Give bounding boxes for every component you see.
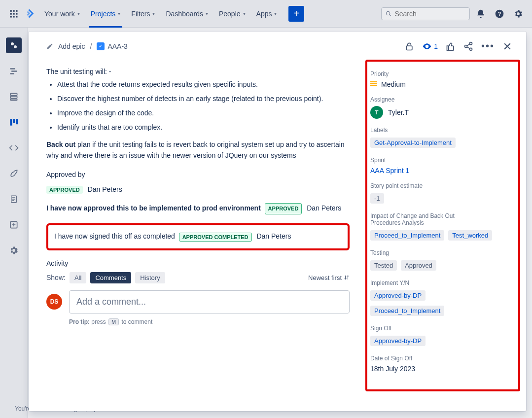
date-signoff-field[interactable]: Date of Sign Off 18th July 2023 bbox=[370, 355, 515, 373]
share-icon[interactable] bbox=[463, 41, 473, 51]
bullet-item: Attest that the code returns expected re… bbox=[57, 79, 350, 90]
priority-medium-icon bbox=[370, 83, 377, 84]
label-tag[interactable]: Proceed_to_Implement bbox=[370, 306, 444, 316]
assignee-avatar: T bbox=[370, 106, 383, 119]
assignee-name: Tyler.T bbox=[388, 108, 409, 116]
field-label: Priority bbox=[370, 70, 515, 77]
modal-header: Add epic / ✓ AAA-3 1 ••• bbox=[29, 32, 526, 57]
field-label: Impact of Change and Back Out Procedures… bbox=[370, 212, 469, 226]
label-tag: Approved bbox=[401, 260, 436, 271]
approved-lozenge: APPROVED bbox=[265, 203, 302, 215]
approved-lozenge: APPROVED bbox=[46, 186, 83, 194]
sort-icon bbox=[344, 275, 350, 280]
impact-field[interactable]: Impact of Change and Back Out Procedures… bbox=[370, 212, 515, 242]
label-tag[interactable]: Approved-by-DP bbox=[370, 290, 426, 301]
bullet-item: Identify units that are too complex. bbox=[57, 122, 350, 133]
field-label: Date of Sign Off bbox=[370, 355, 515, 362]
label-tag[interactable]: Approved-by-DP bbox=[370, 336, 426, 346]
issue-modal: Add epic / ✓ AAA-3 1 ••• bbox=[29, 32, 526, 411]
svg-point-33 bbox=[464, 45, 467, 47]
like-icon[interactable] bbox=[446, 41, 456, 51]
sprint-link[interactable]: AAA Sprint 1 bbox=[370, 167, 409, 174]
field-label: Labels bbox=[370, 127, 515, 134]
issue-main-content: The unit testing will: - Attest that the… bbox=[32, 57, 362, 408]
story-points-value: -1 bbox=[370, 193, 384, 204]
activity-tabs-row: Show: All Comments History Newest first bbox=[46, 272, 350, 283]
approved-by-heading: Approved by bbox=[46, 170, 350, 180]
field-label: Testing bbox=[370, 249, 515, 256]
field-label: Sprint bbox=[370, 157, 515, 164]
issue-type-icon: ✓ bbox=[97, 42, 105, 50]
details-highlight-box: Priority Medium Assignee T Tyler.T Label… bbox=[365, 60, 520, 391]
bullet-item: Discover the highest number of defects i… bbox=[57, 94, 350, 104]
first-approval: APPROVED Dan Peters bbox=[46, 185, 350, 194]
issue-key-link[interactable]: ✓ AAA-3 bbox=[97, 42, 127, 50]
description-bullets: Attest that the code returns expected re… bbox=[57, 79, 350, 133]
second-approval: I have now approved this to be implement… bbox=[46, 203, 350, 214]
field-label: Story point estimate bbox=[370, 182, 515, 189]
keyboard-key: M bbox=[108, 318, 119, 325]
tab-all[interactable]: All bbox=[70, 272, 86, 283]
labels-field[interactable]: Labels Get-Approval-to-Implement bbox=[370, 127, 515, 149]
field-label: Assignee bbox=[370, 96, 515, 103]
activity-heading: Activity bbox=[46, 259, 350, 267]
implement-field[interactable]: Implement Y/N Approved-by-DP Proceed_to_… bbox=[370, 279, 515, 317]
tab-comments[interactable]: Comments bbox=[90, 272, 131, 283]
unit-testing-heading: The unit testing will: - bbox=[46, 68, 350, 75]
label-tag[interactable]: Proceed_to_Implement bbox=[370, 230, 444, 241]
story-points-field[interactable]: Story point estimate -1 bbox=[370, 182, 515, 205]
svg-point-34 bbox=[469, 48, 472, 50]
edit-icon bbox=[46, 43, 53, 50]
tab-history[interactable]: History bbox=[135, 272, 165, 283]
svg-rect-31 bbox=[406, 46, 412, 50]
show-label: Show: bbox=[46, 274, 66, 281]
close-icon[interactable] bbox=[502, 41, 512, 51]
unlock-icon[interactable] bbox=[404, 41, 414, 51]
priority-field[interactable]: Priority Medium bbox=[370, 70, 515, 88]
breadcrumb: Add epic / ✓ AAA-3 bbox=[46, 42, 128, 50]
svg-point-32 bbox=[469, 42, 472, 44]
protip-text: Pro tip: press M to comment bbox=[69, 318, 350, 325]
field-label: Implement Y/N bbox=[370, 279, 515, 286]
sprint-field[interactable]: Sprint AAA Sprint 1 bbox=[370, 157, 515, 174]
date-signoff-value: 18th July 2023 bbox=[370, 365, 415, 373]
label-tag[interactable]: Get-Approval-to-Implement bbox=[370, 138, 456, 148]
svg-line-35 bbox=[467, 44, 470, 45]
signoff-field[interactable]: Sign Off Approved-by-DP bbox=[370, 325, 515, 347]
signoff-highlight-box: I have now signed this off as completed … bbox=[46, 223, 350, 250]
label-tag[interactable]: Test_worked bbox=[448, 230, 492, 241]
backout-paragraph: Back out plan if the unit testing fails … bbox=[46, 139, 350, 161]
avatar: DS bbox=[46, 294, 62, 310]
priority-value: Medium bbox=[381, 80, 406, 88]
watchers-button[interactable]: 1 bbox=[422, 41, 438, 51]
approved-completed-lozenge: APPROVED COMPLETED bbox=[179, 233, 252, 242]
more-actions-icon[interactable]: ••• bbox=[481, 40, 495, 52]
add-epic-link[interactable]: Add epic bbox=[58, 42, 85, 50]
svg-line-36 bbox=[467, 47, 470, 48]
testing-field[interactable]: Testing Tested Approved bbox=[370, 249, 515, 272]
bullet-item: Improve the design of the code. bbox=[57, 108, 350, 118]
assignee-field[interactable]: Assignee T Tyler.T bbox=[370, 96, 515, 119]
sort-newest-first[interactable]: Newest first bbox=[308, 274, 350, 281]
breadcrumb-sep: / bbox=[90, 42, 92, 50]
comment-input[interactable]: Add a comment... bbox=[69, 290, 350, 314]
field-label: Sign Off bbox=[370, 325, 515, 332]
label-tag: Tested bbox=[370, 260, 397, 271]
issue-details-panel: Priority Medium Assignee T Tyler.T Label… bbox=[362, 57, 525, 408]
